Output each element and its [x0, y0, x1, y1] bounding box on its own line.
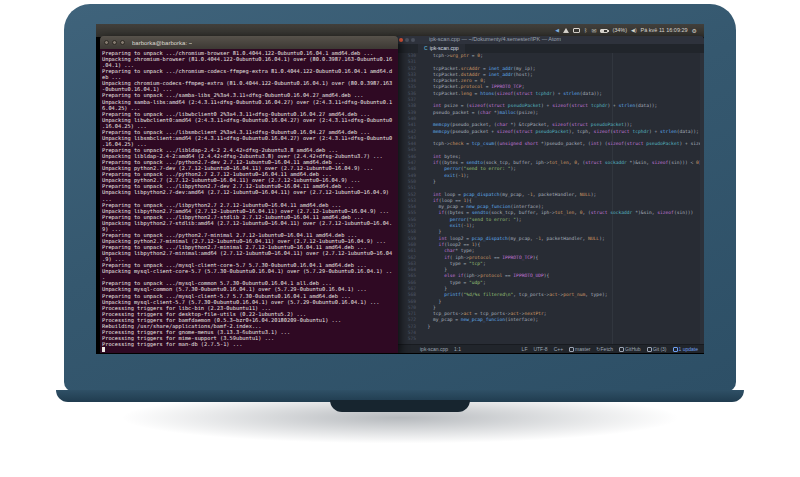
desktop-screen: ◀ ᛒ ✉ (34%) ◀) Pá kvě 11 16:09:29 ⚙ ipk-… [96, 24, 704, 354]
network-icon[interactable] [563, 28, 569, 33]
status-item-fetch[interactable]: ↻Fetch [596, 347, 613, 352]
code-editor[interactable]: 530 tcph->urg_ptr = 0;531532 tcpPacket.s… [396, 53, 704, 344]
clock[interactable]: Pá kvě 11 16:09:29 [641, 28, 688, 34]
terminal-line: Unpacking libpython2.7-dev:amd64 (2.7.12… [102, 189, 396, 195]
status-item-utf-8[interactable]: UTF-8 [533, 347, 547, 352]
code-line: 575 [396, 336, 704, 342]
session-menu-icon[interactable]: ⚙ [692, 28, 697, 34]
laptop-mockup: ◀ ᛒ ✉ (34%) ◀) Pá kvě 11 16:09:29 ⚙ ipk-… [0, 0, 800, 477]
volume-icon[interactable]: ◀) [631, 28, 637, 33]
laptop-hinge-notch [330, 400, 470, 412]
maximize-button[interactable] [411, 38, 415, 42]
terminal-titlebar[interactable]: barborka@barborka: ~ [100, 36, 398, 49]
status-item-icon [647, 347, 652, 352]
window-title: ipk-scan.cpp — ~/Dokumenty/4.semester/IP… [429, 37, 561, 43]
status-item-1-update[interactable]: 1 update [673, 347, 698, 352]
terminal-line: Unpacking chromium-browser (81.0.4044.12… [102, 56, 396, 62]
terminal-prompt-line [102, 347, 396, 353]
terminal-line: Unpacking libpython2.7-stdlib:amd64 (2.7… [102, 220, 396, 226]
minimize-button[interactable] [405, 38, 409, 42]
battery-icon[interactable] [600, 29, 608, 33]
status-item-icon [619, 347, 624, 352]
atom-titlebar[interactable]: ipk-scan.cpp — ~/Dokumenty/4.semester/IP… [396, 36, 704, 44]
terminal-window: barborka@barborka: ~ Preparing to unpack… [100, 36, 398, 353]
maximize-button[interactable] [120, 40, 125, 45]
tab-bar: C ipk-scan.cpp [396, 44, 704, 53]
status-item-c-[interactable]: C++ [554, 347, 563, 352]
atom-window: ipk-scan.cpp — ~/Dokumenty/4.semester/IP… [396, 36, 704, 353]
status-cursor-position[interactable]: 1:1 [454, 347, 461, 352]
messages-icon[interactable]: ✉ [591, 28, 596, 34]
wrap-guide [612, 53, 613, 344]
terminal-line: Unpacking libwbclient0:amd64 (2:4.3.11+d… [102, 117, 396, 123]
terminal-line: Unpacking libpython2.7-minimal:amd64 (2.… [102, 250, 396, 256]
terminal-cursor [102, 347, 105, 352]
terminal-line: Preparing to unpack .../libsmbclient_2%3… [102, 129, 396, 135]
status-right: LFUTF-8C++master↻FetchGitHubGit (3)1 upd… [522, 347, 698, 352]
keyboard-layout-icon[interactable] [573, 28, 580, 33]
close-button[interactable] [104, 40, 109, 45]
status-item-lf[interactable]: LF [522, 347, 528, 352]
cpp-file-icon: C [424, 46, 428, 51]
status-filename[interactable]: ipk-scan.cpp [420, 347, 448, 352]
status-item-icon [673, 347, 678, 352]
terminal-line: Unpacking samba-libs:amd64 (2:4.3.11+dfs… [102, 99, 396, 105]
tab-ipk-scan[interactable]: C ipk-scan.cpp [418, 44, 465, 53]
status-item-git-3-[interactable]: Git (3) [647, 347, 667, 352]
code-lines: 530 tcph->urg_ptr = 0;531532 tcpPacket.s… [396, 53, 704, 343]
terminal-line: Unpacking mysql-common (5.7.30-0ubuntu0.… [102, 286, 396, 292]
tab-label: ipk-scan.cpp [430, 46, 459, 51]
status-item-master[interactable]: master [569, 347, 590, 352]
terminal-title: barborka@barborka: ~ [132, 40, 192, 46]
terminal-line: Preparing to unpack .../libpython2.7-std… [102, 214, 396, 220]
sound-applet-icon[interactable]: ◀ [555, 28, 559, 33]
atom-statusbar: ipk-scan.cpp 1:1 LFUTF-8C++master↻FetchG… [396, 344, 704, 353]
terminal-output[interactable]: Preparing to unpack .../chromium-browser… [100, 49, 398, 353]
minimize-button[interactable] [112, 40, 117, 45]
bluetooth-icon[interactable]: ᛒ [584, 28, 587, 34]
close-button[interactable] [399, 38, 403, 42]
terminal-line: Unpacking mysql-client-core-5.7 (5.7.30-… [102, 268, 396, 274]
line-number: 575 [396, 336, 422, 342]
battery-percentage: (34%) [612, 28, 627, 34]
terminal-line: Preparing to unpack .../libwbclient0_2%3… [102, 111, 396, 117]
terminal-line: Preparing to unpack .../chromium-codecs-… [102, 68, 396, 74]
status-item-github[interactable]: GitHub [619, 347, 641, 352]
terminal-line: Preparing to unpack .../samba-libs_2%3a4… [102, 92, 396, 98]
terminal-line: Unpacking mysql-client-5.7 (5.7.30-0ubun… [102, 299, 396, 305]
terminal-line: Unpacking libpython2.7:amd64 (2.7.12-1ub… [102, 208, 396, 214]
editor-scrollbar[interactable] [700, 53, 704, 344]
status-item-icon [569, 347, 574, 352]
